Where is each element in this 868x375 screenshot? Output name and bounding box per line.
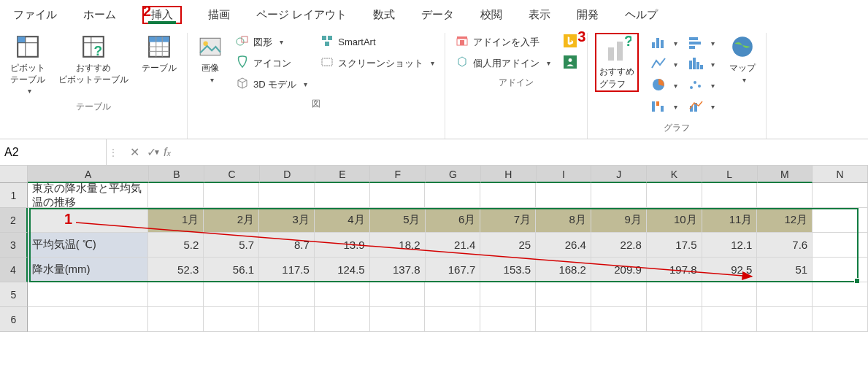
cell[interactable]: 2月 bbox=[204, 208, 259, 233]
tab-developer[interactable]: 開発 bbox=[577, 8, 599, 22]
recommended-chart-button[interactable]: ? おすすめ グラフ bbox=[595, 33, 639, 92]
cell[interactable]: 平均気温( ℃) bbox=[28, 233, 149, 258]
tab-file[interactable]: ファイル bbox=[13, 8, 57, 22]
cell[interactable] bbox=[28, 282, 149, 307]
cell[interactable]: 56.1 bbox=[204, 258, 259, 282]
cell[interactable] bbox=[315, 183, 370, 208]
cell[interactable]: 18.2 bbox=[370, 233, 426, 258]
cell[interactable] bbox=[757, 307, 813, 332]
col-header[interactable]: K bbox=[647, 166, 702, 183]
waterfall-chart-button[interactable] bbox=[649, 98, 679, 116]
cell[interactable] bbox=[480, 307, 536, 332]
cell[interactable] bbox=[148, 307, 204, 332]
cell[interactable] bbox=[204, 282, 259, 307]
cell[interactable]: 12月 bbox=[757, 208, 813, 233]
cell[interactable]: 5.7 bbox=[204, 233, 259, 258]
cell[interactable]: 7.6 bbox=[757, 233, 813, 258]
tab-formulas[interactable]: 数式 bbox=[373, 8, 395, 22]
cell[interactable] bbox=[370, 183, 426, 208]
cell[interactable]: 3月 bbox=[259, 208, 315, 233]
cell[interactable] bbox=[204, 183, 259, 208]
cell[interactable]: 5.2 bbox=[148, 233, 204, 258]
personal-addins-button[interactable]: 個人用アドイン bbox=[453, 54, 553, 72]
cell[interactable] bbox=[28, 307, 149, 332]
people-graph-button[interactable] bbox=[561, 54, 580, 72]
formula-input[interactable] bbox=[181, 143, 868, 161]
cell[interactable]: 197.8 bbox=[647, 258, 702, 282]
tab-draw[interactable]: 描画 bbox=[208, 8, 230, 22]
cell[interactable] bbox=[813, 233, 868, 258]
spreadsheet[interactable]: A B C D E F G H I J K L M N 1 東京の降水量と平均気… bbox=[0, 166, 868, 332]
cell[interactable]: 10月 bbox=[647, 208, 702, 233]
cell[interactable]: 137.8 bbox=[370, 258, 426, 282]
pie-chart-button[interactable] bbox=[649, 77, 679, 95]
col-header[interactable]: C bbox=[204, 166, 260, 183]
cell[interactable]: 167.7 bbox=[426, 258, 481, 282]
cell[interactable] bbox=[702, 307, 758, 332]
confirm-formula-button[interactable]: ✓ bbox=[147, 145, 156, 159]
cell[interactable]: 12.1 bbox=[702, 233, 758, 258]
cell[interactable] bbox=[813, 282, 868, 307]
col-header[interactable]: B bbox=[149, 166, 204, 183]
combo-chart-button[interactable] bbox=[686, 98, 716, 116]
shapes-button[interactable]: 図形 bbox=[233, 33, 310, 51]
cell[interactable] bbox=[204, 307, 259, 332]
col-header[interactable]: F bbox=[370, 166, 426, 183]
row-header[interactable]: 4 bbox=[0, 258, 28, 282]
cell[interactable] bbox=[480, 183, 536, 208]
tab-home[interactable]: ホーム bbox=[83, 8, 116, 22]
histogram-chart-button[interactable] bbox=[686, 55, 716, 74]
icons-button[interactable]: アイコン bbox=[233, 54, 310, 72]
cell[interactable]: 6月 bbox=[426, 208, 481, 233]
cell[interactable] bbox=[647, 307, 702, 332]
cell[interactable]: 8月 bbox=[536, 208, 591, 233]
row-header[interactable]: 2 bbox=[0, 208, 28, 233]
pivot-table-button[interactable]: ピボット テーブル bbox=[7, 33, 48, 96]
cell[interactable]: 124.5 bbox=[315, 258, 370, 282]
cell[interactable] bbox=[370, 307, 426, 332]
cell[interactable]: 52.3 bbox=[148, 258, 204, 282]
col-header[interactable]: E bbox=[315, 166, 371, 183]
screenshot-button[interactable]: スクリーンショット bbox=[318, 54, 437, 72]
cell[interactable] bbox=[28, 208, 149, 233]
line-chart-button[interactable] bbox=[649, 55, 679, 74]
col-header[interactable]: H bbox=[481, 166, 537, 183]
cell[interactable]: 9月 bbox=[591, 208, 647, 233]
cell[interactable] bbox=[370, 282, 426, 307]
cell[interactable]: 5月 bbox=[370, 208, 426, 233]
cell[interactable] bbox=[315, 282, 370, 307]
cell[interactable] bbox=[757, 183, 813, 208]
cell[interactable]: 東京の降水量と平均気温の推移 bbox=[28, 183, 149, 208]
get-addins-button[interactable]: アドインを入手 bbox=[453, 33, 553, 51]
row-header[interactable]: 3 bbox=[0, 233, 28, 258]
cell[interactable] bbox=[536, 282, 591, 307]
row-header[interactable]: 6 bbox=[0, 307, 28, 332]
cell[interactable]: 21.4 bbox=[426, 233, 481, 258]
cell[interactable] bbox=[702, 183, 758, 208]
cell[interactable] bbox=[259, 183, 315, 208]
cell[interactable] bbox=[647, 183, 702, 208]
cell[interactable] bbox=[425, 307, 480, 332]
col-header[interactable]: I bbox=[537, 166, 592, 183]
cell[interactable] bbox=[591, 307, 647, 332]
cell[interactable]: 降水量(mm) bbox=[28, 258, 149, 282]
cell[interactable]: 17.5 bbox=[647, 233, 702, 258]
smartart-button[interactable]: SmartArt bbox=[318, 33, 437, 51]
rec-pivot-button[interactable]: ? おすすめ ピボットテーブル bbox=[55, 33, 131, 87]
model3d-button[interactable]: 3D モデル bbox=[233, 75, 310, 93]
tab-view[interactable]: 表示 bbox=[529, 8, 550, 22]
cell[interactable]: 22.8 bbox=[591, 233, 647, 258]
cell[interactable] bbox=[591, 282, 647, 307]
cell[interactable] bbox=[536, 307, 591, 332]
col-header[interactable]: L bbox=[702, 166, 758, 183]
table-button[interactable]: テーブル bbox=[139, 33, 180, 76]
cell[interactable]: 92.5 bbox=[702, 258, 758, 282]
column-chart-button[interactable] bbox=[649, 34, 679, 53]
cell[interactable]: 26.4 bbox=[536, 233, 591, 258]
cell[interactable]: 7月 bbox=[480, 208, 536, 233]
map-button[interactable]: マップ bbox=[726, 33, 758, 85]
cell[interactable] bbox=[813, 307, 868, 332]
cell[interactable]: 11月 bbox=[702, 208, 758, 233]
cell[interactable] bbox=[148, 183, 204, 208]
row-header[interactable]: 1 bbox=[0, 183, 28, 208]
